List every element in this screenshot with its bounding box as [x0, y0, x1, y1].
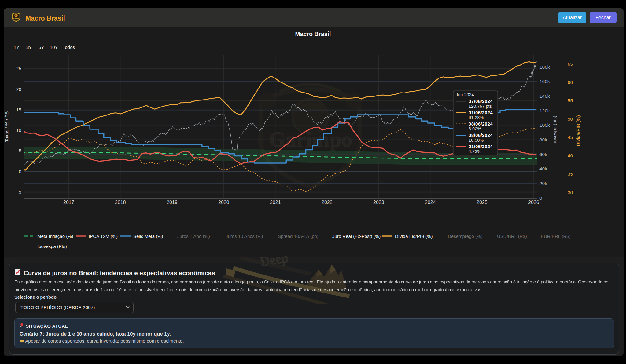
svg-text:Dívida Líq/PIB (%): Dívida Líq/PIB (%): [395, 234, 433, 239]
svg-text:Selic Meta (%): Selic Meta (%): [133, 234, 163, 239]
svg-text:Juros 1 Ano (%): Juros 1 Ano (%): [177, 234, 210, 239]
svg-text:2021: 2021: [270, 200, 281, 205]
svg-text:08/06/2024: 08/06/2024: [469, 133, 493, 138]
svg-text:2020: 2020: [218, 200, 229, 205]
svg-text:2024: 2024: [425, 200, 436, 205]
svg-text:10: 10: [16, 128, 22, 133]
svg-text:Dívida/PIB (%): Dívida/PIB (%): [576, 115, 581, 146]
svg-text:01/06/2024: 01/06/2024: [469, 110, 493, 115]
svg-text:Ibovespa (pts): Ibovespa (pts): [552, 116, 557, 146]
svg-text:Garimpo: Garimpo: [269, 128, 352, 151]
svg-text:6.02%: 6.02%: [469, 126, 481, 131]
svg-text:2023: 2023: [373, 200, 384, 205]
svg-text:40: 40: [568, 153, 573, 158]
svg-text:60k: 60k: [539, 152, 547, 157]
svg-text:Juros 10 Anos (%): Juros 10 Anos (%): [226, 234, 263, 239]
svg-text:25: 25: [16, 66, 21, 71]
svg-text:10Y: 10Y: [50, 45, 58, 50]
svg-text:Juro Real (Ex-Post) (%): Juro Real (Ex-Post) (%): [332, 234, 381, 239]
svg-text:35: 35: [568, 171, 573, 177]
svg-text:20k: 20k: [539, 181, 547, 186]
svg-text:Spread 10A-1A (pp): Spread 10A-1A (pp): [278, 234, 319, 239]
svg-text:01/06/2024: 01/06/2024: [469, 144, 493, 149]
svg-text:Ibovespa (Pts): Ibovespa (Pts): [37, 244, 67, 249]
svg-text:2017: 2017: [63, 200, 74, 205]
svg-text:2022: 2022: [322, 200, 333, 205]
svg-text:Taxas / % / R$: Taxas / % / R$: [4, 111, 9, 142]
svg-text:3Y: 3Y: [26, 45, 32, 50]
svg-text:180k: 180k: [539, 64, 550, 70]
svg-text:5: 5: [19, 148, 21, 153]
svg-text:EUR/BRL (R$): EUR/BRL (R$): [541, 234, 571, 239]
svg-text:USD/BRL (R$): USD/BRL (R$): [497, 234, 527, 239]
svg-text:30: 30: [568, 190, 573, 195]
svg-text:Todos: Todos: [63, 45, 75, 50]
svg-text:40k: 40k: [539, 166, 547, 171]
svg-text:120,767 pts: 120,767 pts: [469, 104, 492, 109]
svg-text:45: 45: [568, 135, 573, 140]
svg-text:55: 55: [568, 98, 573, 103]
svg-text:Macro Brasil: Macro Brasil: [295, 31, 331, 37]
svg-text:100k: 100k: [539, 122, 550, 128]
svg-text:65: 65: [568, 61, 573, 67]
svg-text:61.28%: 61.28%: [469, 115, 484, 120]
svg-text:−5: −5: [16, 189, 21, 195]
svg-text:07/06/2024: 07/06/2024: [469, 99, 493, 104]
svg-text:0: 0: [19, 169, 21, 174]
svg-text:140k: 140k: [539, 93, 550, 99]
svg-text:80k: 80k: [539, 137, 547, 142]
svg-text:5Y: 5Y: [39, 45, 44, 50]
svg-text:10.50%: 10.50%: [469, 138, 484, 143]
svg-text:2026: 2026: [528, 200, 539, 205]
svg-text:Desemprego (%): Desemprego (%): [448, 234, 482, 239]
svg-text:Meta Inflação (%): Meta Inflação (%): [37, 234, 73, 239]
svg-text:120k: 120k: [539, 108, 550, 113]
svg-text:2018: 2018: [115, 200, 126, 205]
svg-text:1Y: 1Y: [14, 45, 19, 50]
svg-text:60: 60: [568, 80, 573, 85]
svg-text:50: 50: [568, 116, 573, 122]
svg-text:08/06/2024: 08/06/2024: [469, 121, 493, 126]
svg-text:15: 15: [16, 107, 21, 112]
svg-text:Jun 2024: Jun 2024: [456, 92, 474, 97]
svg-text:Garimpo: Garimpo: [13, 18, 19, 19]
svg-text:4.23%: 4.23%: [469, 149, 481, 154]
svg-text:160k: 160k: [539, 79, 550, 84]
svg-text:20: 20: [16, 87, 22, 92]
svg-text:2019: 2019: [167, 200, 178, 205]
svg-text:IPCA 12M (%): IPCA 12M (%): [89, 234, 118, 239]
svg-text:0: 0: [539, 195, 542, 201]
svg-text:2025: 2025: [477, 200, 488, 205]
